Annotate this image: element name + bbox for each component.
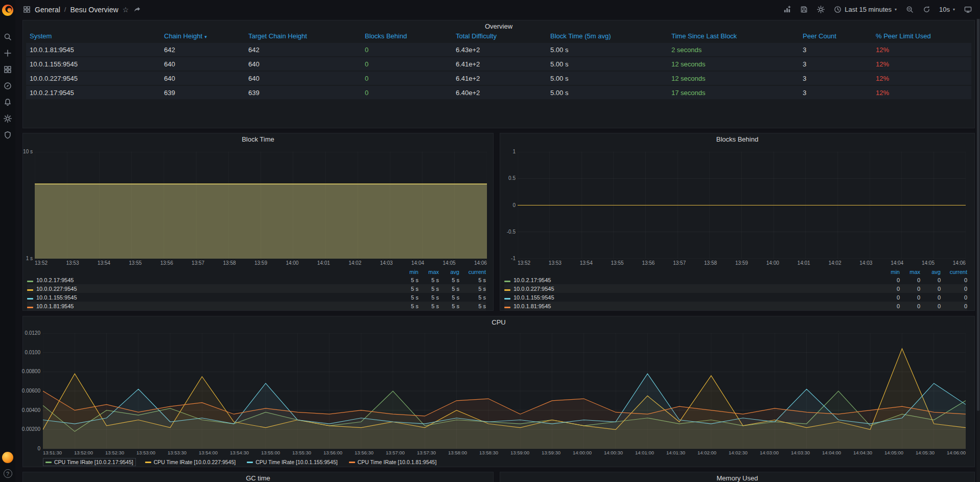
panel-title[interactable]: Memory Used — [500, 472, 974, 482]
block-time-chart[interactable] — [35, 152, 487, 259]
tick-label: 13:54 — [580, 260, 593, 267]
x-axis: 13:51:3013:52:0013:52:3013:53:0013:53:30… — [43, 450, 966, 456]
scrollbar-thumb[interactable] — [977, 17, 979, 411]
legend-item[interactable]: CPU Time IRate [10.0.0.227:9545] — [143, 458, 238, 466]
legend-item[interactable]: CPU Time IRate [10.0.1.155:9545] — [245, 458, 340, 466]
alerting-bell-icon[interactable] — [4, 98, 12, 106]
block-time-cell: 5.00 s — [547, 60, 668, 68]
dashboard-icon — [22, 6, 31, 14]
col-system[interactable]: System — [26, 32, 160, 40]
save-dashboard-icon[interactable] — [800, 6, 808, 14]
grafana-logo-icon[interactable] — [2, 4, 14, 16]
tick-label: 13:59 — [254, 260, 267, 267]
panel-title[interactable]: GC time — [23, 472, 493, 482]
blocks-behind-cell: 0 — [361, 46, 452, 54]
tick-label: 14:02 — [348, 260, 361, 267]
tick-label: 13:56:00 — [323, 450, 342, 456]
since-last-cell: 12 seconds — [668, 75, 799, 82]
tick-label: 13:54 — [98, 260, 110, 267]
series-color-marker — [504, 307, 510, 308]
series-name[interactable]: 10.0.1.155:9545 — [36, 294, 398, 301]
system-cell: 10.0.2.17:9545 — [26, 89, 160, 97]
tick-label: -1 — [511, 256, 516, 262]
since-last-cell: 12 seconds — [668, 60, 799, 68]
series-name[interactable]: 10.0.1.155:9545 — [514, 294, 879, 301]
tick-label: 13:52:00 — [74, 450, 93, 456]
zoom-out-icon[interactable] — [905, 6, 914, 14]
legend-row: 10.0.1.155:9545 5 s 5 s 5 s 5 s — [27, 293, 486, 302]
tick-label: 14:02:30 — [729, 450, 748, 456]
refresh-icon[interactable] — [922, 6, 930, 14]
panel-title[interactable]: CPU — [23, 316, 974, 328]
settings-gear-icon[interactable] — [4, 114, 12, 123]
difficulty-cell: 6.40e+2 — [452, 89, 547, 97]
tick-label: 14:06 — [953, 260, 966, 267]
chain-height-cell: 640 — [160, 75, 245, 82]
tick-label: 13:55:30 — [292, 450, 311, 456]
system-cell: 10.0.1.81:9545 — [26, 46, 160, 54]
tick-label: 13:57:30 — [417, 450, 436, 456]
series-name[interactable]: 10.0.2.17:9545 — [36, 277, 398, 283]
col-peer-count[interactable]: Peer Count — [799, 32, 872, 40]
blocks-behind-chart[interactable] — [518, 152, 966, 259]
legend-item[interactable]: CPU Time IRate [10.0.1.81:9545] — [347, 458, 439, 466]
breadcrumb-section[interactable]: General — [35, 6, 60, 14]
panel-overview: Overview System Chain Height▾ Target Cha… — [22, 20, 975, 128]
share-dashboard-icon[interactable] — [133, 6, 141, 14]
tick-label: 13:56 — [642, 260, 655, 267]
star-dashboard-icon[interactable]: ☆ — [123, 6, 129, 14]
col-blocks-behind[interactable]: Blocks Behind — [361, 32, 452, 40]
dashboard-grid: Overview System Chain Height▾ Target Cha… — [15, 19, 980, 482]
help-icon[interactable]: ? — [4, 469, 12, 478]
panel-title[interactable]: Blocks Behind — [500, 133, 974, 145]
create-plus-icon[interactable] — [4, 49, 12, 57]
series-name[interactable]: 10.0.1.81:9545 — [514, 303, 879, 309]
tick-label: 13:56 — [160, 260, 173, 267]
tick-label: 14:04 — [411, 260, 424, 267]
time-range-picker[interactable]: Last 15 minutes ▾ — [833, 6, 897, 14]
dashboard-settings-gear-icon[interactable] — [816, 6, 825, 14]
user-avatar[interactable] — [2, 452, 13, 463]
cpu-legend: CPU Time IRate [10.0.2.17:9545] CPU Time… — [43, 458, 438, 466]
tick-label: 13:55 — [129, 260, 142, 267]
blocks-behind-cell: 0 — [361, 60, 452, 68]
series-name[interactable]: 10.0.0.227:9545 — [36, 286, 398, 292]
col-time-since-last-block[interactable]: Time Since Last Block — [668, 32, 799, 40]
cpu-chart[interactable] — [43, 333, 966, 449]
series-color-marker — [504, 298, 510, 300]
system-cell: 10.0.1.155:9545 — [26, 60, 160, 68]
series-name[interactable]: 10.0.2.17:9545 — [514, 277, 879, 283]
vertical-scrollbar[interactable] — [976, 15, 980, 482]
page-title[interactable]: Besu Overview — [70, 6, 118, 14]
panel-title[interactable]: Block Time — [23, 133, 493, 145]
col-block-time[interactable]: Block Time (5m avg) — [547, 32, 668, 40]
series-color-marker — [45, 462, 52, 463]
x-axis: 13:5213:5313:5413:5513:5613:5713:5813:59… — [518, 260, 966, 267]
tick-label: 0.00400 — [22, 407, 40, 414]
series-color-marker — [504, 289, 510, 291]
series-name[interactable]: 10.0.1.81:9545 — [36, 303, 398, 309]
x-axis: 13:5213:5313:5413:5513:5613:5713:5813:59… — [35, 260, 487, 267]
cycle-view-monitor-icon[interactable] — [964, 6, 972, 14]
overview-table: System Chain Height▾ Target Chain Height… — [26, 30, 971, 99]
legend-row: 10.0.2.17:9545 5 s 5 s 5 s 5 s — [27, 276, 486, 284]
tick-label: 13:59:30 — [542, 450, 561, 456]
search-icon[interactable] — [4, 33, 12, 41]
admin-shield-icon[interactable] — [4, 131, 12, 139]
legend-header: min max avg current — [27, 268, 486, 276]
add-panel-icon[interactable] — [783, 6, 791, 14]
col-chain-height[interactable]: Chain Height▾ — [160, 32, 245, 40]
difficulty-cell: 6.41e+2 — [452, 60, 547, 68]
legend-item[interactable]: CPU Time IRate [10.0.2.17:9545] — [43, 458, 136, 466]
col-peer-limit-used[interactable]: % Peer Limit Used — [872, 32, 971, 40]
series-name[interactable]: 10.0.0.227:9545 — [514, 286, 879, 292]
col-target-chain-height[interactable]: Target Chain Height — [245, 32, 361, 40]
dashboards-grid-icon[interactable] — [4, 65, 12, 74]
explore-compass-icon[interactable] — [4, 82, 12, 90]
series-color-marker — [27, 307, 33, 308]
tick-label: 13:51:30 — [43, 450, 62, 456]
col-total-difficulty[interactable]: Total Difficulty — [452, 32, 547, 40]
tick-label: 0.5 — [508, 175, 516, 181]
refresh-interval-dropdown[interactable]: 10s ▾ — [939, 6, 955, 13]
sidebar: ? — [0, 0, 15, 482]
